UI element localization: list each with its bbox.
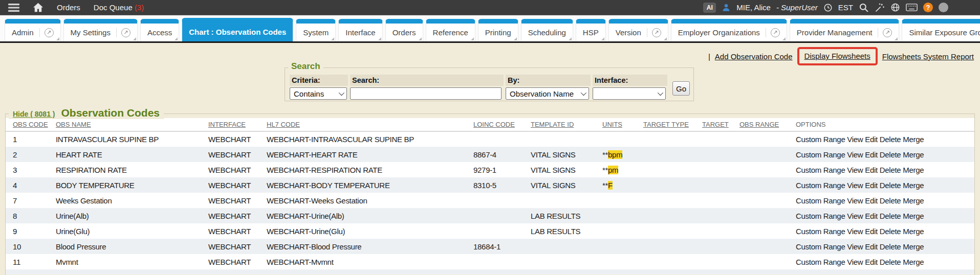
column-header-obs-name[interactable]: OBS NAME — [56, 118, 208, 131]
tab-label: Admin — [12, 28, 34, 37]
row-action-custom-range[interactable]: Custom Range — [796, 258, 845, 266]
display-flowsheets-link[interactable]: Display Flowsheets — [804, 52, 870, 60]
tab-access[interactable]: Access — [140, 19, 179, 41]
tab-my-settings[interactable]: My Settings↗ — [63, 19, 138, 41]
row-action-delete[interactable]: Delete — [880, 212, 901, 220]
row-action-custom-range[interactable]: Custom Range — [796, 242, 845, 251]
column-header-template-id[interactable]: TEMPLATE ID — [531, 118, 602, 131]
row-action-edit[interactable]: Edit — [865, 258, 878, 266]
row-action-view[interactable]: View — [847, 150, 863, 159]
row-action-merge[interactable]: Merge — [903, 212, 924, 220]
go-button[interactable]: Go — [672, 81, 690, 96]
tab-chart-observation-codes[interactable]: Chart : Observation Codes — [182, 18, 293, 41]
row-action-delete[interactable]: Delete — [880, 242, 901, 251]
row-action-edit[interactable]: Edit — [865, 135, 878, 144]
row-action-edit[interactable]: Edit — [865, 196, 878, 205]
menu-item-orders[interactable]: Orders — [57, 3, 80, 12]
row-action-edit[interactable]: Edit — [865, 242, 878, 251]
row-action-custom-range[interactable]: Custom Range — [796, 150, 845, 159]
row-action-delete[interactable]: Delete — [880, 258, 901, 266]
row-action-delete[interactable]: Delete — [880, 227, 901, 236]
row-action-custom-range[interactable]: Custom Range — [796, 135, 845, 144]
row-action-delete[interactable]: Delete — [880, 166, 901, 174]
row-action-delete[interactable]: Delete — [880, 196, 901, 205]
row-action-custom-range[interactable]: Custom Range — [796, 227, 845, 236]
external-link-icon[interactable]: ↗ — [116, 28, 130, 37]
external-link-icon[interactable]: ↗ — [39, 28, 54, 37]
column-header-target[interactable]: TARGET — [702, 118, 739, 131]
row-action-view[interactable]: View — [847, 135, 863, 144]
column-header-interface[interactable]: INTERFACE — [208, 118, 267, 131]
user-name[interactable]: MIE, Alice — [736, 3, 771, 12]
row-action-edit[interactable]: Edit — [865, 166, 878, 174]
row-action-merge[interactable]: Merge — [903, 150, 924, 159]
tab-printing[interactable]: Printing — [478, 19, 518, 41]
interface-label: Interface: — [593, 75, 667, 86]
cell-units: **F — [602, 177, 643, 193]
row-action-delete[interactable]: Delete — [880, 135, 901, 144]
add-observation-code-link[interactable]: Add Observation Code — [715, 52, 793, 61]
row-action-merge[interactable]: Merge — [903, 196, 924, 205]
globe-icon[interactable] — [890, 3, 900, 12]
row-action-custom-range[interactable]: Custom Range — [796, 196, 845, 205]
interface-select[interactable] — [593, 87, 666, 100]
tab-version[interactable]: Version↗ — [608, 19, 668, 41]
column-header-units[interactable]: UNITS — [602, 118, 643, 131]
tab-employer-organizations[interactable]: Employer Organizations↗ — [671, 19, 787, 41]
column-header-target-type[interactable]: TARGET TYPE — [643, 118, 702, 131]
row-action-edit[interactable]: Edit — [865, 212, 878, 220]
tab-system[interactable]: System — [296, 19, 336, 41]
row-action-edit[interactable]: Edit — [865, 181, 878, 190]
row-action-delete[interactable]: Delete — [880, 181, 901, 190]
tab-scheduling[interactable]: Scheduling — [521, 19, 573, 41]
row-action-delete[interactable]: Delete — [880, 150, 901, 159]
clock-icon[interactable] — [823, 3, 833, 12]
row-action-custom-range[interactable]: Custom Range — [796, 212, 845, 220]
row-action-custom-range[interactable]: Custom Range — [796, 166, 845, 174]
row-action-merge[interactable]: Merge — [903, 166, 924, 174]
row-action-merge[interactable]: Merge — [903, 242, 924, 251]
row-action-view[interactable]: View — [847, 227, 863, 236]
flowsheets-system-report-link[interactable]: Flowsheets System Report — [882, 52, 974, 61]
tab-admin[interactable]: Admin↗ — [5, 19, 61, 41]
row-action-view[interactable]: View — [847, 242, 863, 251]
row-action-merge[interactable]: Merge — [903, 227, 924, 236]
row-action-custom-range[interactable]: Custom Range — [796, 181, 845, 190]
row-action-edit[interactable]: Edit — [865, 150, 878, 159]
ai-badge[interactable]: AI — [703, 3, 716, 13]
row-action-view[interactable]: View — [847, 196, 863, 205]
hide-count-link[interactable]: Hide ( 8081 ) — [13, 110, 55, 118]
column-header-loinc-code[interactable]: LOINC CODE — [473, 118, 531, 131]
tab-hsp[interactable]: HSP — [576, 19, 606, 41]
tab-provider-management[interactable]: Provider Management↗ — [790, 19, 900, 41]
search-icon[interactable] — [859, 3, 869, 13]
row-action-edit[interactable]: Edit — [865, 227, 878, 236]
by-select[interactable]: Observation Name — [506, 87, 589, 100]
external-link-icon[interactable]: ↗ — [766, 28, 780, 37]
row-action-view[interactable]: View — [847, 258, 863, 266]
tab-similar-exposure-groups-segs[interactable]: Similar Exposure Groups (SEGs)↗ — [902, 19, 980, 41]
row-action-merge[interactable]: Merge — [903, 181, 924, 190]
tab-interface[interactable]: Interface — [338, 19, 382, 41]
criteria-select[interactable]: Contains — [290, 87, 347, 100]
column-header-hl7-code[interactable]: HL7 CODE — [267, 118, 473, 131]
tab-orders[interactable]: Orders — [385, 19, 423, 41]
keyboard-icon[interactable] — [906, 3, 918, 12]
cell — [473, 254, 531, 269]
search-input[interactable] — [350, 87, 502, 100]
tab-reference[interactable]: Reference — [426, 19, 475, 41]
external-link-icon[interactable]: ↗ — [647, 28, 661, 37]
external-link-icon[interactable]: ↗ — [878, 28, 892, 37]
row-action-merge[interactable]: Merge — [903, 258, 924, 266]
hamburger-menu-icon[interactable] — [8, 3, 19, 12]
magic-wand-icon[interactable] — [875, 3, 885, 13]
column-header-obs-code[interactable]: OBS CODE — [6, 118, 56, 131]
row-action-view[interactable]: View — [847, 181, 863, 190]
row-action-view[interactable]: View — [847, 212, 863, 220]
home-icon[interactable] — [33, 3, 43, 12]
row-action-view[interactable]: View — [847, 166, 863, 174]
row-action-merge[interactable]: Merge — [903, 135, 924, 144]
help-icon[interactable]: ? — [923, 3, 933, 12]
column-header-obs-range[interactable]: OBS RANGE — [739, 118, 796, 131]
menu-item-doc-queue[interactable]: Doc Queue (3) — [94, 3, 144, 12]
